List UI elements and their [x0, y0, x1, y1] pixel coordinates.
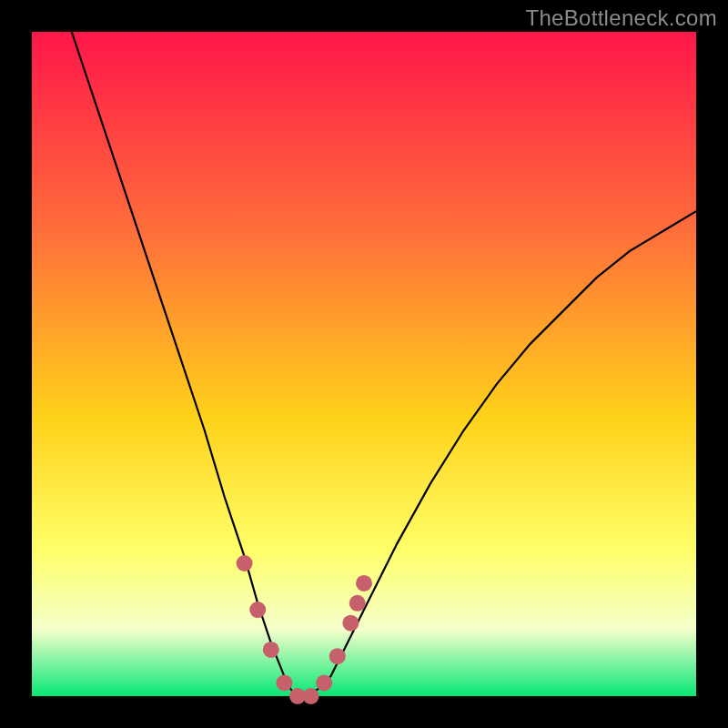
- marker-dot: [356, 575, 372, 592]
- marker-dot: [263, 642, 279, 658]
- plot-background: [32, 32, 696, 696]
- marker-dot: [342, 615, 359, 632]
- chart-svg: [0, 0, 728, 728]
- marker-dot: [329, 648, 346, 664]
- marker-dot: [276, 674, 292, 691]
- marker-dot: [316, 674, 332, 691]
- watermark-text: TheBottleneck.com: [525, 5, 717, 31]
- marker-dot: [349, 595, 366, 612]
- marker-dot: [303, 688, 319, 704]
- marker-dot: [249, 602, 266, 618]
- chart-frame: TheBottleneck.com: [0, 0, 728, 728]
- marker-dot: [237, 555, 253, 571]
